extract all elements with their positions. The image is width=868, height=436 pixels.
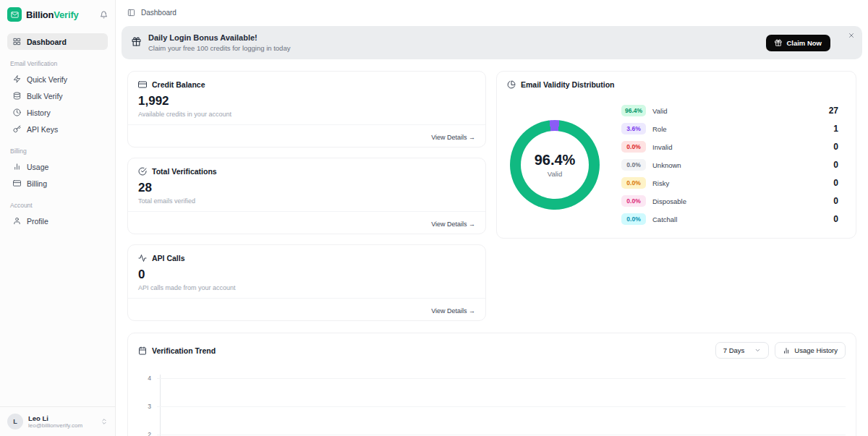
email-validity-distribution-card: Email Validity Distribution 96.4% Valid …: [496, 71, 856, 239]
card-title: Total Verifications: [152, 167, 217, 176]
sidebar-item-dashboard[interactable]: Dashboard: [7, 33, 108, 50]
brand-name: BillionVerify: [26, 9, 79, 20]
pie-chart-icon: [507, 80, 516, 89]
sidebar-item-usage[interactable]: Usage: [7, 158, 108, 175]
sidebar-item-label: Dashboard: [27, 38, 67, 46]
bar-chart-icon: [783, 347, 790, 354]
y-tick: 4: [138, 375, 846, 382]
legend-pct-badge: 0.0%: [621, 141, 646, 153]
card-description: Available credits in your account: [128, 111, 485, 118]
user-meta: Leo Li leo@billionverify.com: [28, 414, 82, 429]
donut-center-value: 96.4%: [535, 152, 576, 168]
sidebar-item-profile[interactable]: Profile: [7, 213, 108, 229]
sidebar-item-label: API Keys: [27, 125, 58, 134]
credit-card-icon: [13, 179, 21, 187]
claim-now-button[interactable]: Claim Now: [766, 35, 830, 51]
check-circle-icon: [138, 167, 147, 176]
donut-center: 96.4% Valid: [521, 131, 589, 199]
legend-pct-badge: 0.0%: [621, 159, 646, 171]
chevron-down-icon: [754, 347, 761, 354]
card-description: API calls made from your account: [128, 284, 485, 291]
date-range-select[interactable]: 7 Days: [715, 342, 770, 359]
login-bonus-banner: Daily Login Bonus Available! Claim your …: [122, 26, 862, 59]
card-title: API Calls: [152, 254, 185, 262]
zap-icon: [13, 75, 21, 83]
gift-icon: [775, 39, 782, 46]
credit-balance-card: Credit Balance 1,992 Available credits i…: [127, 71, 486, 148]
api-calls-value: 0: [128, 268, 485, 282]
topbar: Dashboard: [116, 0, 868, 25]
trend-chart-area: 4 3 2 1: [138, 375, 846, 436]
user-menu[interactable]: L Leo Li leo@billionverify.com: [0, 406, 115, 436]
sidebar-item-quick-verify[interactable]: Quick Verify: [7, 71, 108, 87]
close-icon: [848, 32, 855, 39]
sidebar-toggle-icon[interactable]: [127, 9, 135, 17]
dashboard-icon: [13, 38, 21, 46]
sidebar-item-billing[interactable]: Billing: [7, 175, 108, 192]
legend-row-invalid: 0.0% Invalid 0: [621, 141, 838, 153]
card-title: Email Validity Distribution: [521, 80, 615, 89]
banner-close-button[interactable]: [848, 32, 855, 39]
sidebar-item-api-keys[interactable]: API Keys: [7, 121, 108, 137]
user-name: Leo Li: [28, 414, 82, 422]
card-title: Credit Balance: [152, 80, 205, 89]
sidebar-section-billing: Billing: [7, 148, 108, 155]
gift-icon: [132, 36, 141, 49]
view-details-link[interactable]: View Details →: [431, 134, 475, 141]
sidebar-section-email-verification: Email Verification: [7, 60, 108, 67]
sidebar-item-label: History: [27, 108, 51, 117]
sidebar-item-label: Bulk Verify: [27, 92, 63, 101]
stat-cards-column: Credit Balance 1,992 Available credits i…: [127, 71, 486, 321]
chevrons-up-down-icon: [101, 418, 108, 425]
y-tick: 3: [138, 403, 846, 410]
credit-card-icon: [138, 80, 147, 89]
sidebar-section-account: Account: [7, 202, 108, 209]
user-email: leo@billionverify.com: [28, 422, 82, 429]
sidebar-item-label: Usage: [27, 163, 48, 171]
avatar: L: [7, 414, 23, 429]
dashboard-content: Credit Balance 1,992 Available credits i…: [116, 59, 868, 436]
y-tick: 2: [138, 431, 846, 436]
database-icon: [13, 92, 21, 100]
view-details-link[interactable]: View Details →: [431, 307, 475, 315]
key-icon: [13, 125, 21, 133]
legend-row-role: 3.6% Role 1: [621, 123, 838, 134]
legend-row-risky: 0.0% Risky 0: [621, 177, 838, 189]
legend-pct-badge: 3.6%: [621, 123, 646, 134]
sidebar-item-history[interactable]: History: [7, 104, 108, 121]
donut-center-label: Valid: [548, 170, 562, 178]
sidebar-item-label: Profile: [27, 217, 48, 226]
sidebar-item-label: Billing: [27, 179, 47, 188]
sidebar-item-label: Quick Verify: [27, 75, 67, 84]
legend-pct-badge: 0.0%: [621, 195, 646, 207]
card-title: Verification Trend: [152, 346, 216, 355]
bar-chart-icon: [13, 163, 21, 171]
bell-icon: [100, 11, 108, 19]
view-details-link[interactable]: View Details →: [431, 221, 475, 228]
banner-title: Daily Login Bonus Available!: [148, 33, 290, 42]
validity-legend: 96.4% Valid 27 3.6% Role 1 0.0%: [621, 105, 838, 225]
legend-pct-badge: 0.0%: [621, 177, 646, 189]
brand-mail-icon: [7, 7, 22, 22]
usage-history-button[interactable]: Usage History: [775, 342, 846, 359]
banner-subtitle: Claim your free 100 credits for logging …: [148, 44, 290, 52]
sidebar-item-bulk-verify[interactable]: Bulk Verify: [7, 87, 108, 104]
main-area: Dashboard Daily Login Bonus Available! C…: [116, 0, 868, 436]
legend-pct-badge: 0.0%: [621, 213, 646, 225]
activity-icon: [138, 254, 147, 262]
total-verifications-value: 28: [128, 181, 485, 195]
breadcrumb: Dashboard: [141, 9, 176, 17]
sidebar: BillionVerify Dashboard Email Verificati…: [0, 0, 116, 436]
validity-donut: 96.4% Valid: [510, 120, 600, 210]
calendar-icon: [138, 346, 147, 355]
credit-balance-value: 1,992: [128, 94, 485, 108]
notifications-button[interactable]: [100, 11, 108, 19]
user-icon: [13, 217, 21, 225]
legend-row-catchall: 0.0% Catchall 0: [621, 213, 838, 225]
api-calls-card: API Calls 0 API calls made from your acc…: [127, 244, 486, 321]
legend-row-unknown: 0.0% Unknown 0: [621, 159, 838, 171]
banner-text: Daily Login Bonus Available! Claim your …: [148, 33, 290, 52]
legend-row-disposable: 0.0% Disposable 0: [621, 195, 838, 207]
legend-row-valid: 96.4% Valid 27: [621, 105, 838, 116]
app-window: BillionVerify Dashboard Email Verificati…: [0, 0, 868, 436]
